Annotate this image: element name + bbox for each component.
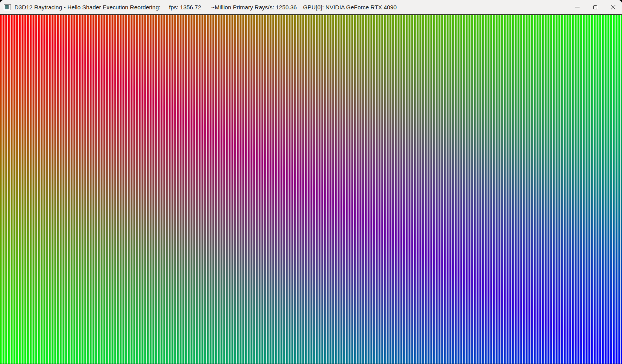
maximize-icon [593, 5, 597, 9]
fps-counter: fps: 1356.72 [169, 4, 201, 10]
gpu-label: GPU[0]: NVIDIA GeForce RTX 4090 [303, 4, 397, 10]
app-icon [4, 4, 11, 10]
minimize-icon [575, 7, 580, 7]
close-button[interactable] [604, 0, 622, 14]
app-window: D3D12 Raytracing - Hello Shader Executio… [0, 0, 622, 364]
raytraced-viewport [0, 15, 622, 364]
rays-counter: ~Million Primary Rays/s: 1250.36 [211, 4, 297, 10]
window-controls [568, 0, 622, 14]
titlebar[interactable]: D3D12 Raytracing - Hello Shader Executio… [0, 0, 622, 14]
window-title: D3D12 Raytracing - Hello Shader Executio… [14, 4, 160, 10]
minimize-button[interactable] [568, 0, 586, 14]
maximize-button[interactable] [586, 0, 604, 14]
app-icon-glyph [5, 5, 9, 9]
close-icon [610, 5, 616, 10]
